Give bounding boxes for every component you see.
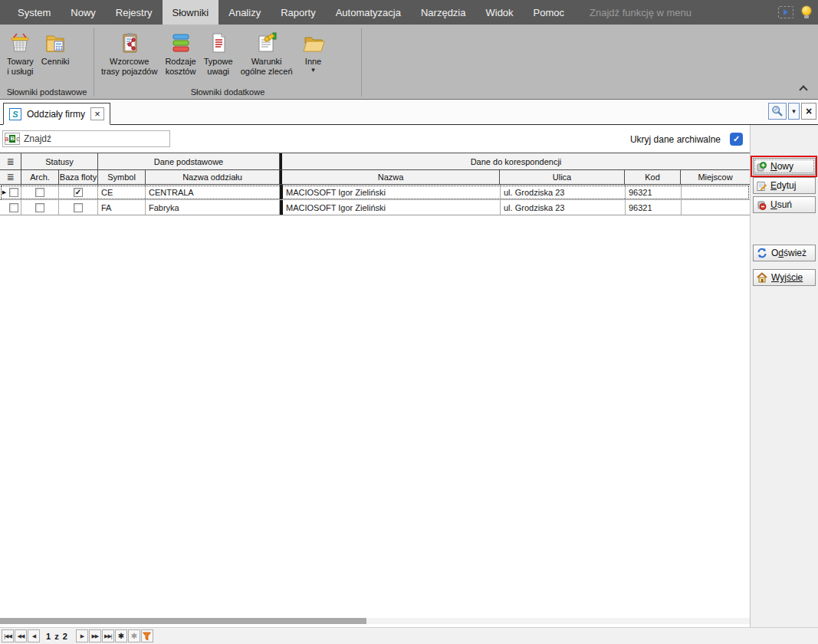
media-tutorial-icon[interactable] — [778, 6, 793, 18]
ribbon-button-wzorcowe-trasy[interactable]: Wzorcowe trasy pojazdów — [97, 28, 161, 78]
pager-prev-page-button[interactable]: ◀◀ — [15, 629, 27, 642]
column-header-nazwa[interactable]: Nazwa — [282, 170, 500, 184]
ribbon-button-towary-i-uslugi[interactable]: Towary i usługi — [3, 28, 38, 78]
menu-item-analizy[interactable]: Analizy — [218, 0, 271, 25]
cell-nazwa-oddzialu[interactable]: CENTRALA — [146, 185, 280, 199]
row-selector-cell[interactable] — [0, 200, 21, 215]
menu-item-automatyzacja[interactable]: Automatyzacja — [326, 0, 411, 25]
header-group-dane-podstawowe[interactable]: Dane podstawowe — [98, 153, 280, 169]
cell-ulica[interactable]: ul. Grodziska 23 — [501, 185, 626, 199]
header-group-statusy[interactable]: Statusy — [21, 153, 98, 169]
cell-arch[interactable] — [21, 200, 59, 215]
cell-miejscowosc[interactable] — [682, 200, 750, 215]
menu-item-system[interactable]: System — [8, 0, 61, 25]
cell-symbol[interactable]: CE — [98, 185, 146, 199]
column-header-ulica[interactable]: Ulica — [500, 170, 625, 184]
tab-close-icon[interactable]: × — [90, 107, 104, 120]
view-settings-dropdown-button[interactable]: ▾ — [788, 103, 800, 120]
row-select-checkbox[interactable] — [9, 188, 18, 197]
column-header-kod[interactable]: Kod — [625, 170, 681, 184]
edit-pencil-icon — [757, 181, 767, 191]
row-selector-header[interactable]: ≣ — [0, 170, 21, 184]
ribbon-divider — [361, 28, 362, 97]
table-row[interactable]: ▶ ✓ CE CENTRALA MACIOSOFT Igor Zieliński… — [0, 185, 750, 200]
baza-floty-checkbox[interactable] — [74, 203, 83, 212]
cell-baza-floty[interactable] — [59, 200, 98, 215]
ribbon-button-warunki-ogolne[interactable]: Warunki ogólne zleceń — [237, 28, 297, 78]
row-selector-header[interactable]: ≣ — [0, 153, 21, 169]
pager-filter-button[interactable] — [141, 629, 153, 642]
pager-position-label: 1 z 2 — [46, 632, 68, 641]
pager-next-button[interactable]: ▶ — [76, 629, 88, 642]
exit-button[interactable]: Wyjście — [753, 269, 816, 286]
branches-grid: ≣ Statusy Dane podstawowe Dane do koresp… — [0, 153, 750, 215]
tab-strip: S Oddziały firmy × ▾ × — [0, 100, 818, 125]
arch-checkbox[interactable] — [35, 203, 44, 212]
new-button[interactable]: Nowy — [753, 158, 816, 175]
menu-spacer — [692, 0, 778, 25]
arch-checkbox[interactable] — [35, 188, 44, 197]
cell-baza-floty[interactable]: ✓ — [59, 185, 98, 199]
tips-lightbulb-icon[interactable] — [802, 6, 811, 18]
row-select-checkbox[interactable] — [9, 203, 18, 212]
menu-item-pomoc[interactable]: Pomoc — [524, 0, 574, 25]
menu-item-narzedzia[interactable]: Narzędzia — [411, 0, 476, 25]
horizontal-scrollbar-thumb[interactable] — [0, 618, 366, 624]
list-selector-icon: ≣ — [6, 156, 14, 167]
folder-icon — [301, 29, 327, 57]
document-lines-icon — [205, 29, 232, 57]
column-header-arch[interactable]: Arch. — [21, 170, 59, 184]
refresh-button[interactable]: Odśwież — [753, 245, 816, 261]
pager-new-record-button[interactable]: ✱ — [115, 629, 127, 642]
pager-next-page-button[interactable]: ▶▶ — [89, 629, 101, 642]
archive-filter-checkbox[interactable]: ✓ — [730, 133, 743, 146]
menu-function-search[interactable]: Znajdź funkcję w menu — [590, 0, 692, 25]
pager-last-button[interactable]: ▶▶| — [102, 629, 114, 642]
pager-first-button[interactable]: |◀◀ — [2, 629, 14, 642]
cell-nazwa[interactable]: MACIOSOFT Igor Zieliński — [283, 185, 501, 199]
search-input[interactable]: aBc Znajdź — [2, 130, 170, 147]
list-selector-icon: ≣ — [6, 172, 14, 182]
pager-prev-button[interactable]: ◀ — [28, 629, 40, 642]
table-row[interactable]: FA Fabryka MACIOSOFT Igor Zieliński ul. … — [0, 200, 750, 215]
ribbon-button-rodzaje-kosztow[interactable]: Rodzaje kosztów — [161, 28, 199, 78]
pager-new-record-dim-button[interactable]: ✱ — [128, 629, 140, 642]
ribbon-button-typowe-uwagi[interactable]: Typowe uwagi — [200, 28, 237, 78]
ribbon-collapse-chevron-icon[interactable] — [799, 85, 807, 94]
column-header-symbol[interactable]: Symbol — [98, 170, 146, 184]
ribbon-button-cenniki[interactable]: Cenniki — [38, 28, 74, 68]
grid-header-columns-row: ≣ Arch. Baza floty Symbol Nazwa oddziału… — [0, 170, 750, 185]
delete-button[interactable]: Usuń — [753, 196, 816, 213]
cell-arch[interactable] — [21, 185, 59, 199]
add-icon — [757, 162, 767, 172]
row-selector-cell[interactable]: ▶ — [0, 185, 21, 199]
column-header-miejscowosc[interactable]: Miejscow — [681, 170, 750, 184]
cell-nazwa-oddzialu[interactable]: Fabryka — [146, 200, 280, 215]
record-navigator: |◀◀ ◀◀ ◀ 1 z 2 ▶ ▶▶ ▶▶| ✱ ✱ — [0, 627, 818, 644]
column-header-nazwa-oddzialu[interactable]: Nazwa oddziału — [146, 170, 280, 184]
tab-oddzialy-firmy[interactable]: S Oddziały firmy × — [3, 103, 110, 125]
cell-kod[interactable]: 96321 — [626, 185, 682, 199]
menu-item-rejestry[interactable]: Rejestry — [106, 0, 163, 25]
ribbon-button-inne[interactable]: Inne ▾ — [297, 28, 330, 75]
menu-item-widok[interactable]: Widok — [475, 0, 523, 25]
horizontal-scrollbar[interactable] — [0, 618, 750, 624]
current-row-marker-icon: ▶ — [1, 189, 8, 195]
text-filter-abc-icon: aBc — [5, 133, 20, 145]
exit-button-label: Wyjście — [771, 272, 803, 283]
header-group-dane-korespondencja[interactable]: Dane do korespondencji — [282, 153, 750, 169]
edit-button[interactable]: Edytuj — [753, 177, 816, 194]
menu-item-raporty[interactable]: Raporty — [271, 0, 326, 25]
menu-item-slowniki[interactable]: Słowniki — [163, 0, 219, 25]
cell-ulica[interactable]: ul. Grodziska 23 — [501, 200, 626, 215]
close-view-button[interactable]: × — [801, 103, 816, 120]
cell-kod[interactable]: 96321 — [626, 200, 682, 215]
cell-symbol[interactable]: FA — [98, 200, 146, 215]
cell-nazwa[interactable]: MACIOSOFT Igor Zieliński — [283, 200, 501, 215]
view-settings-button[interactable] — [768, 103, 787, 120]
delete-icon — [757, 200, 767, 210]
menu-item-nowy[interactable]: Nowy — [61, 0, 106, 25]
baza-floty-checkbox[interactable]: ✓ — [74, 188, 83, 197]
cell-miejscowosc[interactable] — [682, 185, 750, 199]
column-header-baza-floty[interactable]: Baza floty — [59, 170, 98, 184]
